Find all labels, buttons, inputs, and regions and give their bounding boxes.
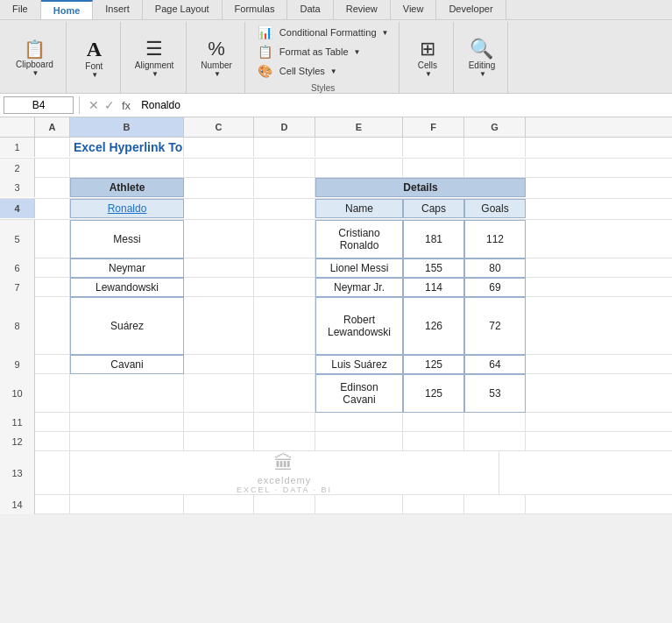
cell-e11[interactable] [315,413,403,432]
cell-e2[interactable] [315,159,403,178]
format-as-table-button[interactable]: 📋 Format as Table ▼ [254,43,393,60]
cell-g2[interactable] [464,159,526,178]
clipboard-button[interactable]: 📋 Clipboard ▼ [11,37,59,81]
cell-a2[interactable] [35,159,70,178]
cell-c12[interactable] [184,432,254,451]
cell-b2[interactable] [70,159,184,178]
tab-formulas[interactable]: Formulas [223,0,288,19]
cell-d2[interactable] [254,159,315,178]
cell-g4[interactable]: Goals [464,199,526,218]
cell-reference-input[interactable] [4,96,74,114]
tab-home[interactable]: Home [41,0,94,19]
cell-g1[interactable] [464,138,526,157]
col-header-f[interactable]: F [403,117,464,137]
cell-c9[interactable] [184,355,254,374]
cell-b3[interactable]: Athlete [70,178,184,197]
cell-a13[interactable] [35,451,70,495]
tab-page-layout[interactable]: Page Layout [143,0,223,19]
col-header-g[interactable]: G [464,117,526,137]
cell-d12[interactable] [254,432,315,451]
cell-c14[interactable] [184,495,254,514]
cell-e12[interactable] [315,432,403,451]
col-header-c[interactable]: C [184,117,254,137]
col-header-d[interactable]: D [254,117,315,137]
tab-insert[interactable]: Insert [93,0,143,19]
cell-e14[interactable] [315,495,403,514]
conditional-formatting-button[interactable]: 📊 Conditional Formatting ▼ [254,24,393,41]
cell-g7[interactable]: 69 [464,278,526,297]
cell-c4[interactable] [184,199,254,218]
cell-b10[interactable] [70,374,184,413]
tab-file[interactable]: File [0,0,41,19]
cell-f4[interactable]: Caps [403,199,464,218]
cell-d7[interactable] [254,278,315,297]
cell-b9[interactable]: Cavani [70,355,184,374]
cancel-formula-icon[interactable]: ✕ [88,98,99,112]
cell-b11[interactable] [70,413,184,432]
cell-styles-button[interactable]: 🎨 Cell Styles ▼ [254,62,393,80]
cell-b7[interactable]: Lewandowski [70,278,184,297]
cell-c11[interactable] [184,413,254,432]
col-header-e[interactable]: E [315,117,403,137]
cell-e3[interactable]: Details [315,178,526,197]
cell-e9[interactable]: Luis Suárez [315,355,403,374]
cell-g14[interactable] [464,495,526,514]
number-button[interactable]: % Number ▼ [195,36,237,81]
cell-d11[interactable] [254,413,315,432]
cell-c6[interactable] [184,258,254,278]
cell-g6[interactable]: 80 [464,258,526,278]
cell-d5[interactable] [254,220,315,258]
formula-input[interactable] [138,97,668,113]
cell-f6[interactable]: 155 [403,258,464,278]
cell-a10[interactable] [35,374,70,413]
cell-d1[interactable] [254,138,315,157]
cell-c8[interactable] [184,297,254,355]
cell-e10[interactable]: EdinsonCavani [315,374,403,413]
cell-e8[interactable]: RobertLewandowski [315,297,403,355]
cell-b14[interactable] [70,495,184,514]
cells-button[interactable]: ⊞ Cells ▼ [410,36,445,81]
cell-f10[interactable]: 125 [403,374,464,413]
cell-g11[interactable] [464,413,526,432]
cell-a11[interactable] [35,413,70,432]
cell-g10[interactable]: 53 [464,374,526,413]
cell-b6[interactable]: Neymar [70,258,184,278]
editing-button[interactable]: 🔍 Editing ▼ [463,36,501,81]
cell-b1[interactable]: Excel Hyperlink To Cell [70,138,184,157]
cell-c10[interactable] [184,374,254,413]
confirm-formula-icon[interactable]: ✓ [104,98,115,112]
tab-data[interactable]: Data [287,0,333,19]
cell-a4[interactable] [35,199,70,218]
cell-f9[interactable]: 125 [403,355,464,374]
font-button[interactable]: A Font ▼ [76,35,111,82]
cell-b12[interactable] [70,432,184,451]
cell-g5[interactable]: 112 [464,220,526,258]
cell-c2[interactable] [184,159,254,178]
cell-a9[interactable] [35,355,70,374]
cell-f11[interactable] [403,413,464,432]
cell-c5[interactable] [184,220,254,258]
cell-g9[interactable]: 64 [464,355,526,374]
cell-a6[interactable] [35,258,70,278]
cell-a8[interactable] [35,297,70,355]
cell-f14[interactable] [403,495,464,514]
cell-d4[interactable] [254,199,315,218]
cell-e5[interactable]: CristianoRonaldo [315,220,403,258]
cell-f5[interactable]: 181 [403,220,464,258]
cell-e6[interactable]: Lionel Messi [315,258,403,278]
cell-f7[interactable]: 114 [403,278,464,297]
cell-f12[interactable] [403,432,464,451]
col-header-b[interactable]: B [70,117,184,137]
cell-b4[interactable]: Ronaldo [70,199,184,218]
cell-g12[interactable] [464,432,526,451]
cell-a14[interactable] [35,495,70,514]
col-header-a[interactable]: A [35,117,70,137]
cell-a12[interactable] [35,432,70,451]
cell-a1[interactable] [35,138,70,157]
cell-d6[interactable] [254,258,315,278]
cell-b8[interactable]: Suárez [70,297,184,355]
tab-review[interactable]: Review [334,0,391,19]
cell-c7[interactable] [184,278,254,297]
cell-a3[interactable] [35,178,70,197]
cell-d9[interactable] [254,355,315,374]
